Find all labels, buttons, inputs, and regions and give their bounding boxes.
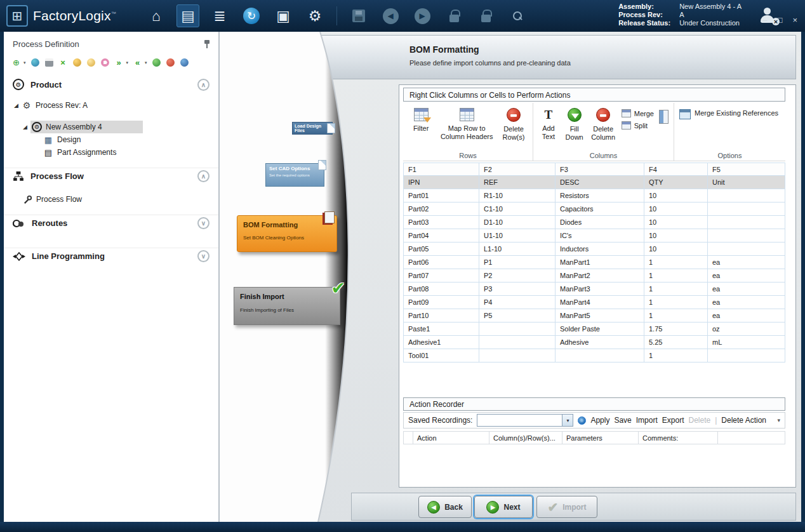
documents-icon[interactable]: ▣ [272, 4, 295, 27]
grid-cell[interactable]: Capacitors [556, 203, 644, 216]
grid-cell[interactable]: 10 [644, 229, 708, 243]
forward-nav-icon[interactable]: ▶ [411, 4, 434, 27]
grid-cell[interactable]: Part02 [403, 203, 479, 216]
grid-cell[interactable] [708, 189, 785, 203]
grid-cell[interactable]: P1 [479, 256, 556, 269]
grid-cell[interactable]: mL [708, 336, 785, 349]
process-definition-icon[interactable]: ▤ [176, 4, 199, 27]
delete-recording-button[interactable]: Delete [688, 416, 710, 425]
grid-cell[interactable]: Part07 [403, 269, 479, 283]
close-green-icon[interactable]: × [58, 58, 68, 67]
grid-cell[interactable] [708, 203, 785, 216]
apply-radio[interactable] [578, 416, 586, 425]
add-dropdown-icon[interactable]: ⊕ [11, 58, 21, 67]
grid-cell[interactable]: Adhesive [556, 336, 644, 349]
data-library-icon[interactable]: ≣ [208, 4, 231, 27]
column-header[interactable]: Comments: [639, 431, 718, 444]
hierarchy-search-icon[interactable] [506, 4, 529, 27]
column-header[interactable]: Action [413, 431, 489, 444]
grid-cell[interactable]: Part04 [403, 229, 479, 243]
grid-cell[interactable]: 1 [644, 269, 708, 283]
grid-cell[interactable] [479, 323, 556, 336]
grid-cell[interactable]: 1 [644, 296, 708, 309]
column-header[interactable]: Column(s)/Row(s)... [489, 431, 562, 444]
maximize-button[interactable]: □ [778, 15, 783, 25]
step-bom-formatting[interactable]: BOM Formatting Set BOM Cleaning Options [237, 215, 337, 252]
flower-icon[interactable] [100, 58, 110, 67]
grid-cell[interactable]: P4 [479, 296, 556, 309]
grid-cell[interactable]: ea [708, 269, 785, 283]
grid-cell[interactable]: IPN [403, 176, 479, 189]
section-label-process-flow[interactable]: Process Flow [30, 171, 84, 181]
grid-cell[interactable] [708, 216, 785, 229]
column-header[interactable]: F2 [479, 163, 556, 176]
grid-cell[interactable]: 10 [644, 243, 708, 256]
grid-cell[interactable]: Resistors [556, 189, 644, 203]
sync-icon[interactable]: ↻ [240, 4, 263, 27]
print-icon[interactable] [44, 58, 54, 67]
grid-cell[interactable]: ManPart4 [556, 296, 644, 309]
grid-cell[interactable]: DESC [556, 176, 644, 189]
column-header[interactable]: F5 [708, 163, 785, 176]
tree-item-part-assignments[interactable]: ▤ Part Assignments [4, 146, 218, 159]
import-dropdown-icon[interactable]: « [133, 58, 142, 67]
close-button[interactable]: × [792, 15, 797, 25]
column-header[interactable]: Parameters [562, 431, 639, 444]
step-load-design-files[interactable]: Load Design Files [292, 122, 333, 135]
save-icon[interactable] [347, 4, 370, 27]
home-icon[interactable]: ⌂ [145, 4, 168, 27]
grid-cell[interactable]: Part08 [403, 283, 479, 296]
add-text-button[interactable]: T Add Text [538, 108, 559, 140]
unlock-icon[interactable] [474, 4, 497, 27]
grid-cell[interactable]: ea [708, 309, 785, 323]
export-recording-button[interactable]: Export [662, 416, 684, 425]
grid-cell[interactable]: ManPart5 [556, 309, 644, 323]
merge-existing-button[interactable]: Merge Existing References [679, 109, 778, 119]
section-label-reroutes[interactable]: Reroutes [32, 218, 67, 228]
grid-cell[interactable]: P2 [479, 269, 556, 283]
filter-button[interactable]: Filter [408, 108, 434, 133]
remove-icon[interactable] [166, 58, 175, 67]
saved-recordings-select[interactable]: ▾ [477, 414, 573, 427]
step-finish-import[interactable]: Finish Import Finish Importing of Files … [234, 287, 340, 325]
grid-cell[interactable]: 10 [644, 216, 708, 229]
grid-cell[interactable]: 1 [644, 309, 708, 323]
grid-cell[interactable]: ea [708, 256, 785, 269]
web-icon[interactable] [152, 58, 161, 67]
grid-cell[interactable]: Part01 [403, 189, 479, 203]
chevron-down-icon[interactable]: ▾ [777, 417, 780, 423]
grid-cell[interactable]: oz [708, 323, 785, 336]
grid-cell[interactable]: P3 [479, 283, 556, 296]
step-set-cad-options[interactable]: Set CAD Options Set the required options [265, 163, 324, 187]
next-button[interactable]: ▶ Next [474, 496, 533, 518]
import-button[interactable]: ✔ Import [536, 496, 597, 518]
column-header[interactable] [718, 431, 785, 444]
back-button[interactable]: ◀ Back [418, 496, 472, 518]
grid-cell[interactable]: IC's [556, 229, 644, 243]
grid-cell[interactable]: 10 [644, 203, 708, 216]
grid-cell[interactable]: 1.75 [644, 323, 708, 336]
expander-icon[interactable]: ◢ [23, 124, 30, 130]
grid-cell[interactable]: Tool01 [403, 349, 479, 362]
delete-rows-button[interactable]: Delete Row(s) [500, 108, 528, 141]
split-button[interactable]: Split [622, 121, 654, 130]
grid-cell[interactable]: C1-10 [479, 203, 556, 216]
add-dropdown-caret-icon[interactable]: ▾ [23, 60, 26, 65]
grid-cell[interactable]: Unit [708, 176, 785, 189]
fill-down-button[interactable]: Fill Down [564, 108, 585, 141]
apply-label[interactable]: Apply [590, 416, 609, 425]
grid-cell[interactable]: Inductors [556, 243, 644, 256]
grid-cell[interactable] [708, 229, 785, 243]
tree-item-new-assembly[interactable]: ◢ ⚙ New Assembly 4 [4, 121, 218, 133]
export-caret-icon[interactable]: ▾ [126, 60, 129, 65]
grid-cell[interactable]: Part10 [403, 309, 479, 323]
grid-cell[interactable]: Part05 [403, 243, 479, 256]
column-header[interactable]: F3 [556, 163, 644, 176]
grid-cell[interactable]: P5 [479, 309, 556, 323]
tree-item-process-rev[interactable]: ◢ ⚙ Process Rev: A [4, 99, 218, 112]
grid-cell[interactable] [708, 349, 785, 362]
import-caret-icon[interactable]: ▾ [145, 60, 147, 65]
grid-cell[interactable]: QTY [644, 176, 708, 189]
grid-cell[interactable]: ManPart2 [556, 269, 644, 283]
tree-item-process-flow[interactable]: Process Flow [4, 193, 218, 206]
